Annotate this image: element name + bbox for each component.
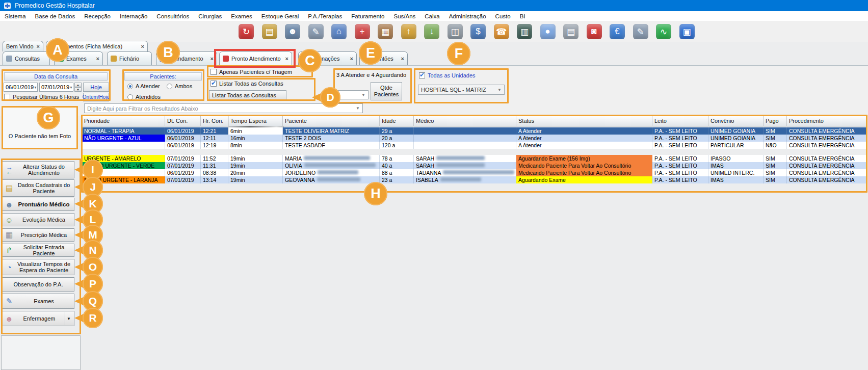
annotation-red-box	[214, 49, 296, 68]
close-icon[interactable]: ×	[348, 56, 353, 62]
hospital-bed-icon[interactable]: ⌂	[331, 24, 347, 39]
doctor-icon[interactable]: ☻	[285, 24, 300, 39]
phonebook-icon[interactable]: ☎	[494, 24, 509, 39]
notes-icon[interactable]: ✎	[633, 24, 648, 39]
annotation-marker-d: D	[312, 87, 341, 108]
annotation-marker-a: A	[46, 38, 69, 62]
close-icon[interactable]: ×	[139, 43, 144, 49]
e-billing-icon[interactable]: €	[610, 24, 625, 39]
ledger-icon[interactable]: ▥	[517, 24, 532, 39]
annotation-box	[207, 78, 315, 101]
consultas-person-icon	[6, 56, 12, 62]
close-icon[interactable]: ×	[208, 56, 214, 62]
safe-icon[interactable]: ◫	[448, 24, 463, 39]
window-title: Promedico Gestão Hospitalar	[15, 2, 95, 9]
annotation-box	[122, 69, 204, 101]
menu-item-consult-rios[interactable]: Consultórios	[152, 13, 194, 19]
menu-item-faturamento[interactable]: Faturamento	[347, 13, 389, 19]
close-icon[interactable]: ×	[34, 43, 40, 49]
menu-bar: SistemaBase de DadosRecepçãoInternaçãoCo…	[0, 11, 868, 21]
annotation-marker-f: F	[447, 42, 470, 65]
annotation-box	[414, 68, 509, 103]
revenue-up-icon[interactable]: ↑	[401, 24, 416, 39]
close-icon[interactable]: ×	[94, 56, 99, 62]
sub-tab-consultas[interactable]: Consultas	[3, 51, 50, 65]
menu-item-cirurgias[interactable]: Cirurgias	[194, 13, 226, 19]
fichario-icon	[111, 56, 117, 62]
power-icon[interactable]: ◙	[587, 24, 602, 39]
menu-item-bi[interactable]: BI	[515, 13, 530, 19]
annotation-marker-h: H	[364, 182, 387, 205]
menu-item-sus-ans[interactable]: Sus/Ans	[389, 13, 420, 19]
menu-item-caixa[interactable]: Caixa	[420, 13, 444, 19]
main-tab-bem-vindo[interactable]: Bem Vindo×	[3, 41, 43, 51]
monitor-pulse-icon[interactable]: ∿	[656, 24, 671, 39]
menu-item-sistema[interactable]: Sistema	[0, 13, 31, 19]
annotation-box	[2, 69, 111, 101]
contacts-book-icon[interactable]: ▣	[679, 24, 695, 39]
menu-item-recep-o[interactable]: Recepção	[80, 13, 115, 19]
close-icon[interactable]: ×	[399, 56, 404, 62]
sub-tab-fich-rio[interactable]: Fichário	[107, 51, 152, 65]
chevron-down-icon[interactable]: ▼	[356, 106, 360, 111]
stock-icon[interactable]: ▦	[378, 24, 393, 39]
title-bar: Promedico Gestão Hospitalar	[0, 0, 868, 11]
menu-item-p-a-terapias[interactable]: P.A./Terapias	[303, 13, 347, 19]
patients-folder-icon[interactable]: ▤	[262, 24, 277, 39]
expenses-down-icon[interactable]: ↓	[424, 24, 439, 39]
toolbar: ↻▤☻✎⌂+▦↑↓◫$☎▥●▤◙€✎∿▣	[0, 21, 868, 42]
menu-item-exames[interactable]: Exames	[226, 13, 257, 19]
menu-item-base-de-dados[interactable]: Base de Dados	[31, 13, 80, 19]
annotation-box	[1, 158, 81, 334]
annotation-marker-e: E	[359, 41, 382, 65]
annotation-box	[333, 68, 412, 103]
menu-item-estoque-geral[interactable]: Estoque Geral	[257, 13, 304, 19]
app-logo-icon	[4, 3, 11, 9]
invoice-icon[interactable]: ▤	[563, 24, 578, 39]
finance-chart-icon[interactable]: $	[470, 24, 486, 39]
ambulance-icon[interactable]: +	[355, 24, 370, 39]
chat-icon[interactable]: ●	[540, 24, 556, 39]
annotation-marker-b: B	[156, 41, 180, 64]
menu-item-interna-o[interactable]: Internação	[115, 13, 152, 19]
sidebar-empty-panel	[1, 335, 81, 370]
annotation-box	[81, 115, 867, 193]
annotation-marker-g: G	[37, 106, 60, 129]
refresh-patients-icon[interactable]: ↻	[239, 24, 254, 39]
menu-item-custo[interactable]: Custo	[491, 13, 515, 19]
annotation-marker-c: C	[298, 49, 322, 72]
menu-item-administra-o[interactable]: Administração	[444, 13, 491, 19]
annotation-marker-r: R	[74, 308, 104, 328]
medical-record-icon[interactable]: ✎	[308, 24, 324, 39]
app-window: Promedico Gestão Hospitalar SistemaBase …	[0, 0, 868, 370]
